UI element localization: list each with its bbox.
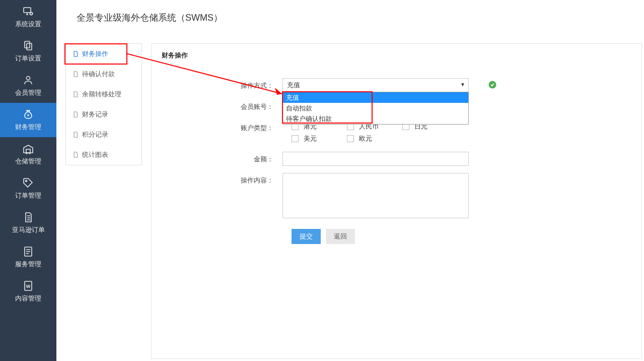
checkbox[interactable] — [347, 135, 354, 142]
currency-label: 欧元 — [359, 134, 372, 143]
doc-icon — [72, 131, 79, 138]
main-sidebar: 系统设置 订单设置 会员管理 ¥ 财务管理 仓储管理 订单管理 亚马逊订单 服务… — [0, 0, 56, 361]
nav-label: 服务管理 — [15, 260, 41, 269]
nav-member-management[interactable]: 会员管理 — [0, 69, 56, 103]
nav-service-management[interactable]: 服务管理 — [0, 240, 56, 274]
svg-point-4 — [27, 77, 30, 80]
nav-label: 亚马逊订单 — [12, 225, 45, 234]
row-operation-mode: 操作方式： 充值 ▼ 充值 自动扣款 待客户确认扣款 — [162, 78, 631, 92]
submenu-finance-records[interactable]: 财务记录 — [66, 104, 141, 125]
svg-text:¥: ¥ — [27, 113, 30, 117]
svg-point-7 — [26, 153, 27, 154]
label-operation-mode: 操作方式： — [162, 78, 282, 90]
operation-mode-select[interactable]: 充值 ▼ — [282, 78, 469, 92]
document-lines-icon — [22, 211, 34, 223]
tag-icon — [22, 177, 34, 189]
nav-label: 仓储管理 — [15, 157, 41, 166]
label-account-type: 账户类型： — [162, 121, 282, 133]
row-operation-content: 操作内容： — [162, 173, 631, 220]
dropdown-option-auto-deduct[interactable]: 自动扣款 — [283, 103, 468, 113]
nav-order-settings[interactable]: 订单设置 — [0, 34, 56, 69]
monitor-gear-icon — [22, 6, 34, 18]
checkbox[interactable] — [292, 135, 299, 142]
row-amount: 金额： — [162, 152, 631, 166]
svg-point-8 — [29, 153, 30, 154]
currency-eur[interactable]: 欧元 — [338, 133, 393, 145]
dropdown-option-customer-confirm-deduct[interactable]: 待客户确认扣款 — [283, 113, 468, 124]
copy-doc-icon — [22, 40, 34, 52]
nav-order-management[interactable]: 订单管理 — [0, 171, 56, 206]
label-operation-content: 操作内容： — [162, 173, 282, 185]
check-circle-icon — [488, 80, 497, 89]
nav-amazon-orders[interactable]: 亚马逊订单 — [0, 206, 56, 240]
header: 全景专业级海外仓储系统（SWMS） — [56, 0, 644, 35]
nav-warehouse-management[interactable]: 仓储管理 — [0, 137, 56, 171]
amount-input[interactable] — [282, 152, 469, 166]
svg-rect-0 — [24, 8, 31, 13]
svg-text:W: W — [26, 284, 31, 289]
submenu-label: 统计图表 — [82, 150, 108, 159]
page-title: 全景专业级海外仓储系统（SWMS） — [77, 12, 223, 24]
list-doc-icon — [22, 246, 34, 258]
submenu-points-records[interactable]: 积分记录 — [66, 125, 141, 145]
svg-rect-3 — [27, 43, 32, 50]
user-icon — [22, 74, 34, 86]
currency-usd[interactable]: 美元 — [282, 133, 338, 145]
dropdown-option-recharge[interactable]: 充值 — [283, 92, 468, 103]
content-panel: 财务操作 操作方式： 充值 ▼ 充值 自动扣款 待客户确认扣款 会员账号： 账户… — [151, 43, 642, 359]
label-member-account: 会员账号： — [162, 99, 282, 111]
word-doc-icon: W — [22, 280, 34, 292]
submit-button[interactable]: 提交 — [292, 229, 321, 244]
button-row: 提交 返回 — [292, 229, 631, 244]
chevron-down-icon: ▼ — [460, 82, 465, 87]
operation-content-textarea[interactable] — [282, 173, 469, 218]
submenu-label: 财务操作 — [82, 49, 108, 58]
submenu-label: 待确认付款 — [82, 70, 115, 79]
doc-icon — [72, 91, 79, 98]
doc-icon — [72, 151, 79, 158]
doc-icon — [72, 71, 79, 78]
select-value: 充值 — [287, 81, 300, 90]
nav-label: 系统设置 — [15, 20, 41, 29]
submenu-label: 财务记录 — [82, 110, 108, 119]
submenu-balance-transfer[interactable]: 余额转移处理 — [66, 84, 141, 104]
svg-point-9 — [26, 180, 27, 182]
nav-label: 财务管理 — [15, 123, 41, 132]
doc-icon — [72, 50, 79, 57]
submenu-finance-operation[interactable]: 财务操作 — [66, 44, 141, 64]
nav-label: 订单设置 — [15, 54, 41, 63]
currency-label: 美元 — [304, 134, 317, 143]
svg-rect-2 — [25, 41, 30, 48]
submenu-stats-charts[interactable]: 统计图表 — [66, 145, 141, 165]
content-title: 财务操作 — [162, 51, 631, 60]
back-button[interactable]: 返回 — [326, 229, 355, 244]
nav-label: 内容管理 — [15, 294, 41, 303]
submenu-label: 积分记录 — [82, 130, 108, 139]
nav-label: 会员管理 — [15, 88, 41, 97]
nav-finance-management[interactable]: ¥ 财务管理 — [0, 103, 56, 137]
nav-system-settings[interactable]: 系统设置 — [0, 0, 56, 34]
submenu-label: 余额转移处理 — [82, 90, 121, 99]
label-amount: 金额： — [162, 152, 282, 164]
submenu-pending-payment[interactable]: 待确认付款 — [66, 64, 141, 84]
operation-mode-dropdown: 充值 自动扣款 待客户确认扣款 — [282, 92, 469, 125]
money-bag-icon: ¥ — [22, 108, 34, 121]
nav-content-management[interactable]: W 内容管理 — [0, 274, 56, 309]
sub-sidebar: 财务操作 待确认付款 余额转移处理 财务记录 积分记录 统计图表 — [65, 43, 142, 165]
warehouse-icon — [22, 143, 34, 155]
nav-label: 订单管理 — [15, 191, 41, 200]
svg-rect-6 — [26, 149, 30, 153]
doc-icon — [72, 111, 79, 118]
